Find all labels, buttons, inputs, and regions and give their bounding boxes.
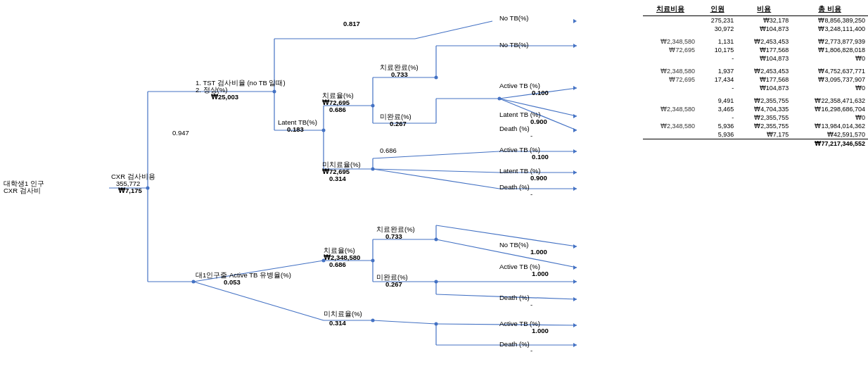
no-tb-top: No TB(%) (499, 14, 529, 22)
table-row: 275,231₩32,178₩8,856,389,250 (643, 16, 868, 25)
cell-0-1: 275,231 (698, 16, 736, 25)
cell-7-0 (643, 84, 698, 92)
table-row: -₩104,873₩0 (643, 54, 868, 63)
table-row: 9,491₩2,355,755₩22,358,471,632 (643, 96, 868, 105)
latent-tb-prob: 0.183 (287, 125, 304, 133)
cell-11-3: ₩13,984,014,362 (791, 122, 868, 130)
svg-marker-55 (573, 86, 577, 90)
prob-0947: 0.947 (172, 129, 189, 137)
col-total: 총 비용 (791, 4, 868, 16)
cell-5-3: ₩4,752,637,771 (791, 67, 868, 75)
prob-0314-2: 0.314 (329, 319, 346, 327)
cell-8-0 (643, 96, 698, 105)
cell-3-1: 10,175 (698, 46, 736, 54)
svg-marker-54 (573, 44, 577, 48)
cell-6-1: 17,434 (698, 75, 736, 84)
prob-0686-2: 0.686 (329, 261, 346, 268)
cell-12-0 (643, 130, 698, 139)
dash4: - (530, 346, 532, 354)
cell-13-0 (643, 139, 698, 149)
svg-marker-56 (573, 114, 577, 118)
svg-marker-59 (573, 170, 577, 175)
svg-point-71 (435, 76, 438, 80)
svg-line-33 (373, 169, 499, 189)
prob-1000-2: 1.000 (532, 270, 549, 277)
svg-point-70 (371, 104, 375, 108)
cell-12-3: ₩42,591,570 (791, 130, 868, 139)
prob-0314-1: 0.314 (329, 175, 346, 182)
cxr-exam-label: CXR 검사비 (4, 187, 41, 196)
cell-1-1: 30,972 (698, 25, 736, 33)
cxr-price: ₩7,175 (118, 187, 142, 194)
svg-line-9 (415, 21, 492, 39)
cell-8-3: ₩22,358,471,632 (791, 96, 868, 105)
cell-2-1: 1,131 (698, 37, 736, 46)
cell-6-2: ₩177,568 (736, 75, 791, 84)
svg-point-68 (273, 90, 276, 94)
cell-0-2: ₩32,178 (736, 16, 791, 25)
table-row: ₩72,69510,175₩177,568₩1,806,828,018 (643, 46, 868, 54)
prob-0267-1: 0.267 (390, 120, 407, 127)
cell-4-2: ₩104,873 (736, 54, 791, 63)
cell-4-1: - (698, 54, 736, 63)
cost-table: 치료비용 인원 비용 총 비용 275,231₩32,178₩8,856,389… (643, 4, 868, 148)
dash1: - (530, 132, 532, 139)
prob-0817-label: 0.817 (343, 20, 360, 27)
cell-11-1: 5,936 (698, 122, 736, 130)
prob-1000-3: 1.000 (532, 327, 549, 334)
cell-1-2: ₩104,873 (736, 25, 791, 33)
prob-0733-2: 0.733 (385, 232, 402, 240)
cell-4-0 (643, 54, 698, 63)
svg-marker-60 (573, 187, 577, 191)
table-row: ₩77,217,346,552 (643, 139, 868, 149)
main-container: 대학생1 인구 CXR 검사비 CXR 검사비용 355,772 ₩7,175 … (0, 0, 868, 376)
prob-0686-lower: 0.686 (380, 146, 397, 154)
death-lower2: Death (%) (499, 340, 530, 348)
cell-2-0: ₩2,348,580 (643, 37, 698, 46)
svg-marker-58 (573, 149, 577, 153)
death-lower1: Death (%) (499, 294, 530, 301)
table-row: 30,972₩104,873₩3,248,111,400 (643, 25, 868, 33)
table-row: -₩2,355,755₩0 (643, 113, 868, 122)
table-row: ₩2,348,5803,465₩4,704,335₩16,298,686,704 (643, 105, 868, 113)
svg-marker-62 (573, 265, 577, 270)
cell-12-1: 5,936 (698, 130, 736, 139)
cell-5-2: ₩2,453,453 (736, 67, 791, 75)
cell-1-0 (643, 25, 698, 33)
svg-marker-53 (573, 19, 577, 23)
svg-point-77 (371, 319, 375, 322)
prob-0900-2: 0.900 (530, 174, 547, 182)
cell-2-3: ₩2,773,877,939 (791, 37, 868, 46)
prob-0100-2: 0.100 (532, 153, 549, 161)
col-unit-cost: 비용 (736, 4, 791, 16)
svg-point-69 (322, 129, 326, 132)
prob-1000-1: 1.000 (530, 248, 547, 256)
prob-0900-1: 0.900 (530, 118, 547, 125)
svg-point-79 (435, 280, 438, 284)
cell-11-0: ₩2,348,580 (643, 122, 698, 130)
table-row: ₩72,69517,434₩177,568₩3,095,737,907 (643, 75, 868, 84)
cell-4-3: ₩0 (791, 54, 868, 63)
cell-7-1: - (698, 84, 736, 92)
cell-10-1: - (698, 113, 736, 122)
svg-marker-57 (573, 128, 577, 132)
cell-8-1: 9,491 (698, 96, 736, 105)
cell-9-0: ₩2,348,580 (643, 105, 698, 113)
prob-0053: 0.053 (224, 278, 241, 286)
svg-point-76 (435, 238, 438, 242)
svg-point-67 (146, 187, 150, 190)
cell-3-2: ₩177,568 (736, 46, 791, 54)
cell-8-2: ₩2,355,755 (736, 96, 791, 105)
cell-0-3: ₩8,856,389,250 (791, 16, 868, 25)
untreated2-label: 미치료율(%) (324, 310, 362, 319)
svg-marker-61 (573, 244, 577, 249)
cell-10-0 (643, 113, 698, 122)
cell-10-2: ₩2,355,755 (736, 113, 791, 122)
table-row: -₩104,873₩0 (643, 84, 868, 92)
prob-0686-1: 0.686 (329, 106, 346, 113)
cell-3-0: ₩72,695 (643, 46, 698, 54)
table-row: ₩2,348,5801,131₩2,453,453₩2,773,877,939 (643, 37, 868, 46)
death-upper1: Death (%) (499, 125, 530, 132)
col-people: 인원 (698, 4, 736, 16)
cell-9-1: 3,465 (698, 105, 736, 113)
